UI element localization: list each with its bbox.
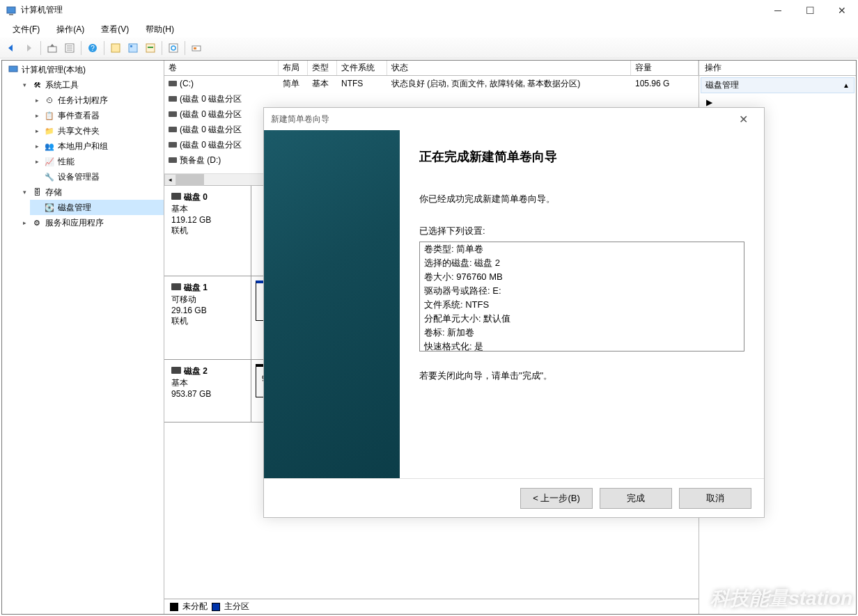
perf-icon: 📈 [44,156,55,167]
wizard-setting-line: 卷类型: 简单卷 [424,242,740,256]
wizard-titlebar[interactable]: 新建简单卷向导 ✕ [264,108,764,130]
volume-list-header: 卷 布局 类型 文件系统 状态 容量 [164,61,699,76]
expand-icon[interactable]: ▸ [33,127,41,134]
scroll-left-button[interactable]: ◂ [164,174,176,186]
tree-label: 服务和应用程序 [45,217,104,229]
collapse-icon[interactable]: ▾ [20,81,29,88]
maximize-button[interactable]: ☐ [794,0,826,21]
expand-icon[interactable]: ▸ [33,143,41,150]
wizard-setting-line: 驱动器号或路径: E: [424,284,740,298]
tree-shared-folders[interactable]: ▸📁共享文件夹 [30,123,164,139]
col-capacity[interactable]: 容量 [631,61,699,75]
storage-icon: 🗄 [31,187,42,198]
col-fs[interactable]: 文件系统 [337,61,387,75]
svg-rect-14 [169,44,178,52]
vol-name: (磁盘 0 磁盘分区 [180,124,242,136]
tree-event-viewer[interactable]: ▸📋事件查看器 [30,108,164,123]
disk-info: 磁盘 2 基本 953.87 GB [164,360,251,422]
menu-action[interactable]: 操作(A) [48,22,93,37]
tree-label: 系统工具 [45,79,79,91]
tree-performance[interactable]: ▸📈性能 [30,154,164,169]
col-volume[interactable]: 卷 [164,61,279,75]
menu-view[interactable]: 查看(V) [93,22,137,37]
wizard-setting-line: 文件系统: NTFS [424,298,740,312]
wizard-back-button[interactable]: < 上一步(B) [520,488,593,509]
collapse-arrow-icon: ▲ [843,81,850,89]
volume-row[interactable]: (C:) 简单 基本 NTFS 状态良好 (启动, 页面文件, 故障转储, 基本… [164,76,699,91]
tree-task-scheduler[interactable]: ▸⏲任务计划程序 [30,93,164,108]
folder-share-icon: 📁 [44,125,55,136]
toolbar: ? [0,38,858,58]
menubar: 文件(F) 操作(A) 查看(V) 帮助(H) [0,21,858,38]
close-button[interactable]: ✕ [826,0,858,21]
disk-title: 磁盘 1 [184,283,208,292]
disk-type: 可移动 [171,294,244,306]
vol-status: 状态良好 (启动, 页面文件, 故障转储, 基本数据分区) [387,78,631,90]
refresh-icon[interactable] [166,40,181,56]
expand-icon[interactable]: ▸ [33,158,41,165]
scroll-thumb[interactable] [176,174,204,186]
tree-services-apps[interactable]: ▸ ⚙ 服务和应用程序 [17,215,164,230]
disk-type: 基本 [171,203,244,215]
tree-label: 性能 [58,156,75,168]
wizard-settings-box[interactable]: 卷类型: 简单卷 选择的磁盘: 磁盘 2 卷大小: 976760 MB 驱动器号… [419,242,744,352]
more-arrow-icon: ▶ [706,97,712,107]
svg-rect-18 [9,66,17,72]
tree-root[interactable]: 计算机管理(本地) [5,62,164,77]
disk-size: 119.12 GB [171,215,244,225]
clock-icon: ⏲ [44,95,55,106]
vol-name: (磁盘 0 磁盘分区 [180,139,242,151]
vol-name: (磁盘 0 磁盘分区 [180,93,242,105]
toolbar-separator [104,41,104,55]
tree-storage[interactable]: ▾ 🗄 存储 [17,184,164,200]
vol-name: 预备盘 (D:) [180,155,221,166]
col-layout[interactable]: 布局 [279,61,308,75]
wizard-heading: 正在完成新建简单卷向导 [419,148,744,165]
help-icon[interactable]: ? [85,40,100,56]
volume-row[interactable]: (磁盘 0 磁盘分区 [164,91,699,106]
view-icon-1[interactable] [108,40,123,56]
disk-title: 磁盘 2 [184,366,208,376]
actions-section-label: 磁盘管理 [705,79,739,91]
actions-section[interactable]: 磁盘管理 ▲ [701,77,855,93]
tree-device-manager[interactable]: 🔧设备管理器 [30,169,164,184]
disk-size: 953.87 GB [171,389,244,399]
navigation-tree[interactable]: 计算机管理(本地) ▾ 🛠 系统工具 ▸⏲任务计划程序 ▸📋事件查看器 ▸📁共享… [2,61,164,614]
expand-icon[interactable]: ▸ [33,97,41,104]
disk-info: 磁盘 1 可移动 29.16 GB 联机 [164,276,251,359]
toolbar-separator [81,41,81,55]
minimize-button[interactable]: ─ [762,0,794,21]
menu-file[interactable]: 文件(F) [4,22,48,37]
tree-disk-management[interactable]: 💽磁盘管理 [30,200,164,215]
legend-swatch-primary [212,603,220,611]
disk-icon: 💽 [44,202,55,213]
collapse-icon[interactable]: ▾ [20,189,29,196]
expand-icon[interactable]: ▸ [33,112,41,119]
wizard-setting-line: 选择的磁盘: 磁盘 2 [424,256,740,270]
wizard-closing-text: 若要关闭此向导，请单击"完成"。 [419,370,744,382]
wizard-title: 新建简单卷向导 [271,113,329,125]
back-button[interactable] [4,40,20,56]
expand-icon[interactable]: ▸ [20,219,29,226]
svg-rect-1 [9,14,13,15]
volume-icon [169,142,177,148]
col-status[interactable]: 状态 [387,61,631,75]
view-icon-3[interactable] [143,40,158,56]
menu-help[interactable]: 帮助(H) [137,22,182,37]
tree-label: 磁盘管理 [58,202,91,214]
properties-icon[interactable] [62,40,77,56]
window-title: 计算机管理 [21,4,762,16]
col-type[interactable]: 类型 [308,61,337,75]
wizard-close-button[interactable]: ✕ [729,113,757,126]
forward-button[interactable] [22,40,37,56]
disk-settings-icon[interactable] [189,40,204,56]
wizard-selected-label: 已选择下列设置: [419,225,744,237]
wizard-cancel-button[interactable]: 取消 [679,488,751,509]
view-icon-2[interactable] [125,40,141,56]
tree-system-tools[interactable]: ▾ 🛠 系统工具 [17,77,164,93]
disk-icon [171,283,181,290]
wizard-finish-button[interactable]: 完成 [600,488,672,509]
tree-local-users[interactable]: ▸👥本地用户和组 [30,139,164,154]
level-up-icon[interactable] [45,40,60,56]
wizard-success-text: 你已经成功完成新建简单卷向导。 [419,193,744,205]
